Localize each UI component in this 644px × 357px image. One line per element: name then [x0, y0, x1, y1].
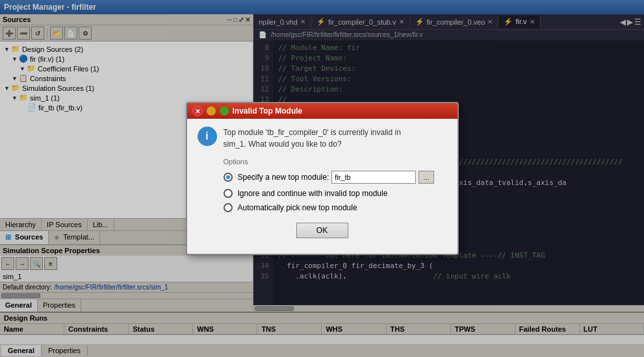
radio-auto[interactable] [224, 203, 233, 212]
dialog-titlebar: ✕ Invalid Top Module [187, 103, 457, 119]
radio-ignore[interactable] [224, 189, 233, 198]
ok-button[interactable]: OK [296, 223, 348, 238]
dialog-message: i Top module 'tb_fir_compiler_0' is curr… [198, 127, 447, 150]
option-specify-top: Specify a new top module: … [198, 171, 447, 184]
radio-specify[interactable] [224, 173, 233, 182]
dialog-footer: OK [198, 217, 447, 246]
option-auto-pick: Automatically pick new top module [198, 203, 447, 212]
option-ignore-label: Ignore and continue with invalid top mod… [238, 189, 388, 198]
options-label: Options [198, 158, 447, 166]
option-specify-row: Specify a new top module: … [238, 171, 435, 184]
dialog-message-line1: Top module 'tb_fir_compiler_0' is curren… [224, 128, 401, 137]
minimize-icon[interactable] [207, 106, 216, 116]
dialog-overlay: ✕ Invalid Top Module i Top module 'tb_fi… [0, 0, 644, 357]
browse-button[interactable]: … [419, 171, 434, 184]
dialog-message-line2: sim_1. What would you like to do? [224, 140, 342, 149]
option-auto-label: Automatically pick new top module [238, 203, 357, 212]
dialog-title: Invalid Top Module [233, 106, 303, 116]
invalid-top-module-dialog: ✕ Invalid Top Module i Top module 'tb_fi… [186, 102, 459, 255]
ok-label: OK [316, 226, 328, 235]
dialog-body: i Top module 'tb_fir_compiler_0' is curr… [187, 119, 457, 254]
dialog-close-btn[interactable]: ✕ [192, 106, 203, 116]
option-ignore: Ignore and continue with invalid top mod… [198, 189, 447, 198]
expand-icon[interactable] [220, 106, 229, 116]
top-module-input[interactable] [331, 171, 416, 184]
dialog-message-text: Top module 'tb_fir_compiler_0' is curren… [224, 127, 401, 150]
info-icon: i [198, 127, 217, 146]
option-specify-label: Specify a new top module: [238, 173, 329, 182]
